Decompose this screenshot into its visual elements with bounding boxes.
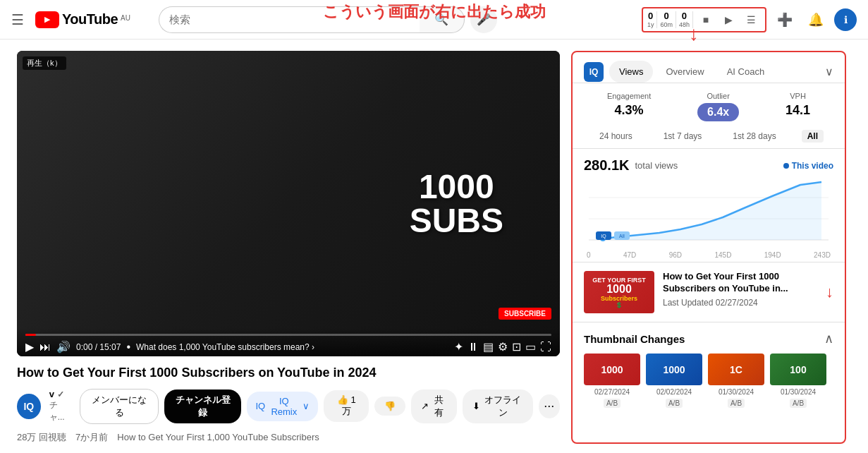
metric-vph-value: 14.1 bbox=[786, 103, 810, 118]
youtube-logo[interactable]: YouTube AU bbox=[35, 11, 130, 28]
video-player[interactable]: 1000 SUBS 再生（k） SUBSCRIBE ▶ ⏭ 🔊 0:0 bbox=[17, 51, 560, 356]
iq-divider-3 bbox=[692, 11, 693, 28]
channel-avatar[interactable]: IQ bbox=[17, 394, 41, 419]
iq-menu-icon[interactable]: ☰ bbox=[741, 10, 761, 30]
metric-vph: VPH 14.1 bbox=[786, 92, 810, 121]
x-label-194d: 194D bbox=[764, 251, 781, 259]
hamburger-button[interactable]: ☰ bbox=[11, 11, 24, 28]
iq-divider-1 bbox=[656, 11, 657, 28]
thumbnail-date-1: 02/27/2024 bbox=[594, 388, 630, 396]
video-thumbnail: 1000 SUBS bbox=[17, 51, 560, 356]
youtube-header: ☰ YouTube AU 🔍 🎤 0 1y 0 60m bbox=[0, 0, 868, 40]
iq-stat-1y-num: 0 bbox=[648, 11, 653, 21]
youtube-logo-text: YouTube bbox=[62, 11, 118, 28]
time-tabs: 24 hours 1st 7 days 1st 28 days All bbox=[573, 124, 845, 149]
thumbnail-item-2: 1000 02/02/2024 A/B bbox=[646, 354, 702, 408]
theater-button[interactable]: ▭ bbox=[525, 340, 536, 354]
download-icon: ⬇ bbox=[472, 401, 480, 411]
play-button[interactable]: ▶ bbox=[25, 340, 34, 354]
metrics-row: Engagement 4.3% Outlier 6.4x VPH 14.1 bbox=[573, 83, 845, 124]
youtube-logo-icon bbox=[35, 11, 59, 28]
video-title-ctrl: What does 1,000 YouTube subscribers mean… bbox=[136, 342, 448, 352]
share-icon: ↗ bbox=[421, 401, 429, 411]
more-options-button[interactable]: ··· bbox=[539, 394, 560, 418]
video-stats: 28万 回視聴 7か月前 How to Get Your First 1,000… bbox=[17, 431, 560, 444]
offline-button[interactable]: ⬇ オフライン bbox=[463, 389, 533, 423]
x-label-145d: 145D bbox=[714, 251, 731, 259]
share-button[interactable]: ↗ 共有 bbox=[411, 389, 457, 423]
reigen-badge: 再生（k） bbox=[23, 56, 66, 70]
remix-button[interactable]: IQ IQ Remix ∨ bbox=[247, 392, 318, 421]
thumbnail-img-2[interactable]: 1000 bbox=[646, 354, 702, 385]
subscribe-button[interactable]: チャンネル登録 bbox=[164, 389, 242, 423]
dislike-button[interactable]: 👎 bbox=[374, 397, 405, 416]
panel-chevron-icon[interactable]: ∨ bbox=[825, 65, 833, 78]
chart-total-label: total views bbox=[635, 160, 678, 171]
search-button[interactable]: 🔍 bbox=[420, 6, 465, 33]
overlay-title-2: SUBS bbox=[410, 204, 503, 238]
progress-bar-fill bbox=[25, 334, 36, 336]
chart-area: 280.1K total views This video bbox=[573, 149, 845, 262]
remix-iq-icon: IQ bbox=[255, 401, 265, 411]
progress-bar-container[interactable] bbox=[25, 334, 551, 336]
pause-icon[interactable]: ⏸ bbox=[467, 341, 479, 354]
caption-button[interactable]: ▤ bbox=[483, 340, 494, 354]
search-input[interactable] bbox=[159, 6, 420, 33]
mic-button[interactable]: 🎤 bbox=[470, 6, 497, 33]
x-label-47d: 47D bbox=[623, 251, 636, 259]
volume-button[interactable]: 🔊 bbox=[56, 340, 71, 354]
video-metadata: How to Get Your First 1000 Subscribers o… bbox=[17, 365, 560, 443]
metric-outlier-label: Outlier bbox=[707, 92, 729, 100]
time-tab-all[interactable]: All bbox=[802, 130, 824, 143]
iq-divider-2 bbox=[676, 11, 676, 28]
thumbnail-list: 1000 02/27/2024 A/B 1000 02/02/2024 A/B bbox=[584, 354, 833, 408]
like-button[interactable]: 👍 1万 bbox=[324, 390, 369, 422]
thumbnail-ab-2: A/B bbox=[666, 399, 683, 408]
overlay-title-1: 1000 bbox=[410, 170, 503, 204]
time-tab-28d[interactable]: 1st 28 days bbox=[727, 130, 781, 143]
thumbnail-changes-toggle[interactable]: ∧ bbox=[824, 331, 833, 346]
search-bar: 🔍 🎤 bbox=[159, 6, 497, 33]
thumbnail-ab-1: A/B bbox=[604, 399, 621, 408]
thumbnail-img-4[interactable]: 100 bbox=[770, 354, 826, 385]
iq-play-icon[interactable]: ▶ bbox=[719, 10, 738, 30]
user-avatar[interactable]: ℹ bbox=[834, 8, 857, 31]
add-button[interactable]: ➕ bbox=[772, 7, 797, 32]
remix-chevron-icon: ∨ bbox=[302, 401, 310, 411]
action-buttons: メンバーになる チャンネル登録 IQ IQ Remix ∨ 👍 1万 👎 ↗ 共… bbox=[80, 389, 560, 424]
chart-total: 280.1K total views This video bbox=[584, 157, 833, 174]
share-label: 共有 bbox=[432, 394, 447, 419]
side-panel: IQ Views Overview AI Coach ∨ Engagement … bbox=[571, 51, 846, 444]
time-tab-7d[interactable]: 1st 7 days bbox=[658, 130, 708, 143]
time-tab-24h[interactable]: 24 hours bbox=[594, 130, 638, 143]
member-button[interactable]: メンバーになる bbox=[80, 389, 159, 424]
sparkle-button[interactable]: ✦ bbox=[454, 340, 463, 354]
tab-overview[interactable]: Overview bbox=[656, 61, 714, 83]
tab-views[interactable]: Views bbox=[609, 61, 653, 83]
video-title-overlay: 1000 SUBS bbox=[410, 170, 503, 238]
subscribe-overlay-button[interactable]: SUBSCRIBE bbox=[499, 308, 551, 320]
iq-stat-60m-label: 60m bbox=[660, 21, 673, 28]
thumb-small-text: GET YOUR FIRST bbox=[592, 277, 645, 284]
chart-total-number: 280.1K bbox=[584, 157, 630, 174]
metric-vph-label: VPH bbox=[790, 92, 806, 100]
bell-button[interactable]: 🔔 bbox=[803, 7, 829, 32]
metric-outlier-value: 6.4x bbox=[697, 103, 739, 121]
dot-separator: • bbox=[126, 341, 130, 354]
miniplayer-button[interactable]: ⊡ bbox=[512, 340, 521, 354]
thumb-dollar-icon: 💲 bbox=[592, 302, 645, 308]
thumb-img-text-4: 100 bbox=[790, 364, 806, 375]
fullscreen-button[interactable]: ⛶ bbox=[540, 341, 551, 354]
thumbnail-img-3[interactable]: 1C bbox=[708, 354, 764, 385]
iq-stat-1y: 0 1y bbox=[647, 11, 654, 28]
thumbnail-date-4: 01/30/2024 bbox=[781, 388, 816, 396]
settings-button[interactable]: ⚙ bbox=[498, 340, 508, 354]
tab-ai-coach[interactable]: AI Coach bbox=[717, 61, 774, 83]
next-button[interactable]: ⏭ bbox=[39, 341, 51, 354]
svg-marker-3 bbox=[603, 182, 821, 240]
thumbnail-img-1[interactable]: 1000 bbox=[584, 354, 640, 385]
iq-stats-bar: 0 1y 0 60m 0 48h ■ ▶ ☰ bbox=[642, 7, 766, 32]
thumbnail-item-1: 1000 02/27/2024 A/B bbox=[584, 354, 640, 408]
thumb-content: GET YOUR FIRST 1000 Subscribers 💲 bbox=[592, 277, 645, 308]
iq-square-icon[interactable]: ■ bbox=[696, 10, 716, 30]
